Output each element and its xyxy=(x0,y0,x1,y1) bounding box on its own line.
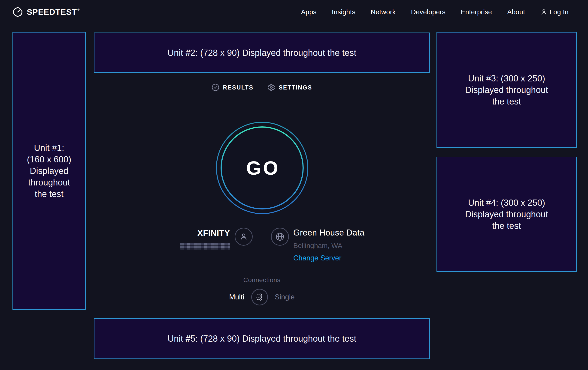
ad-unit-4-line: the test xyxy=(492,220,521,232)
nav-item-apps[interactable]: Apps xyxy=(301,8,316,16)
ad-unit-3-line: Unit #3: (300 x 250) xyxy=(468,73,545,84)
connections-single-option[interactable]: Single xyxy=(275,293,295,301)
isp-block: XFINITY xyxy=(138,228,230,250)
ad-unit-1-line: throughout xyxy=(28,177,70,188)
ip-address-redacted xyxy=(180,243,230,250)
speedtest-gauge-icon xyxy=(12,7,23,17)
ad-unit-5[interactable]: Unit #5: (728 x 90) Displayed throughout… xyxy=(94,318,430,359)
ad-unit-4-line: Unit #4: (300 x 250) xyxy=(468,197,545,209)
check-circle-icon xyxy=(211,83,220,91)
connections-label: Connections xyxy=(94,276,430,284)
ad-unit-3-line: the test xyxy=(492,96,521,107)
tab-results[interactable]: RESULTS xyxy=(211,83,253,91)
user-icon xyxy=(540,9,547,15)
logo-wordmark: SPEEDTEST xyxy=(27,7,77,17)
nav-item-enterprise[interactable]: Enterprise xyxy=(461,8,492,16)
gear-icon xyxy=(267,83,275,91)
nav-item-developers[interactable]: Developers xyxy=(411,8,445,16)
server-location: Bellingham, WA xyxy=(293,242,364,250)
server-block: Green House Data Bellingham, WA Change S… xyxy=(293,228,364,262)
connections-toggle[interactable] xyxy=(251,289,268,305)
ad-unit-4-line: Displayed throughout xyxy=(465,209,548,220)
ad-unit-3-line: Displayed throughout xyxy=(465,84,548,96)
nav-item-insights[interactable]: Insights xyxy=(332,8,356,16)
tab-results-label: RESULTS xyxy=(223,84,253,91)
ad-unit-2-text: Unit #2: (728 x 90) Displayed throughout… xyxy=(168,47,356,59)
nav-item-network[interactable]: Network xyxy=(371,8,396,16)
ad-unit-1[interactable]: Unit #1: (160 x 600) Displayed throughou… xyxy=(12,32,86,310)
login-button[interactable]: Log In xyxy=(540,8,569,16)
ad-unit-1-line: the test xyxy=(35,188,63,200)
server-globe-circle xyxy=(271,228,289,246)
ad-unit-4[interactable]: Unit #4: (300 x 250) Displayed throughou… xyxy=(437,157,577,272)
server-name: Green House Data xyxy=(293,228,364,238)
speedtest-logo[interactable]: SPEEDTEST ® xyxy=(12,7,80,17)
ad-unit-3[interactable]: Unit #3: (300 x 250) Displayed throughou… xyxy=(437,32,577,148)
result-settings-tabs: RESULTS SETTINGS xyxy=(94,83,430,91)
ad-unit-1-line: (160 x 600) xyxy=(27,154,71,165)
logo-trademark: ® xyxy=(77,8,80,11)
connections-section: Connections Multi Single xyxy=(94,276,430,305)
multi-arrows-icon xyxy=(254,292,265,302)
isp-user-circle xyxy=(235,228,253,246)
user-circle-icon xyxy=(239,232,249,241)
go-button[interactable]: GO xyxy=(216,122,308,214)
isp-name: XFINITY xyxy=(138,228,230,238)
ad-unit-1-line: Displayed xyxy=(30,165,68,177)
connections-multi-option[interactable]: Multi xyxy=(229,293,244,301)
login-label: Log In xyxy=(550,8,569,16)
ad-unit-2[interactable]: Unit #2: (728 x 90) Displayed throughout… xyxy=(94,32,430,73)
ad-unit-5-text: Unit #5: (728 x 90) Displayed throughout… xyxy=(168,333,356,344)
nav-item-about[interactable]: About xyxy=(507,8,525,16)
go-button-label: GO xyxy=(216,122,308,214)
tab-settings[interactable]: SETTINGS xyxy=(267,83,312,91)
change-server-link[interactable]: Change Server xyxy=(293,254,364,262)
globe-icon xyxy=(275,232,285,242)
tab-settings-label: SETTINGS xyxy=(279,84,312,91)
ad-unit-1-line: Unit #1: xyxy=(34,142,64,154)
header: SPEEDTEST ® Apps Insights Network Develo… xyxy=(0,0,588,24)
main-nav: Apps Insights Network Developers Enterpr… xyxy=(301,8,569,16)
